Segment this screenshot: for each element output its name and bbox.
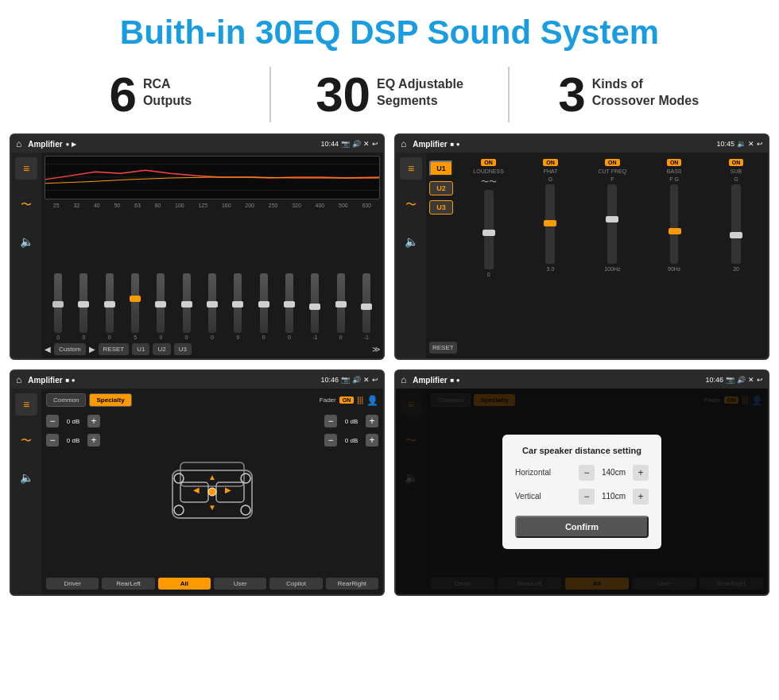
sub-slider[interactable] xyxy=(731,184,741,264)
reset-button[interactable]: RESET xyxy=(99,343,130,355)
stat-crossover: 3 Kinds ofCrossover Modes xyxy=(525,70,731,119)
ctrl-phat: ON PHAT G 3.0 xyxy=(522,159,579,272)
back-icon-4[interactable]: ↩ xyxy=(757,376,763,384)
slider-8[interactable]: 0 xyxy=(226,273,250,340)
minus-btn-lb[interactable]: − xyxy=(46,434,59,447)
cut-slider[interactable] xyxy=(607,184,617,264)
confirm-button[interactable]: Confirm xyxy=(515,516,649,538)
close-icon-3[interactable]: ✕ xyxy=(363,376,370,384)
eq-icon-2[interactable]: ≡ xyxy=(400,157,422,180)
cam-icon-1: 📷 xyxy=(341,140,350,148)
bass-slider-f[interactable] xyxy=(670,184,678,264)
prev-button[interactable]: ◀ xyxy=(45,345,51,354)
screen3-content: ≡ 〜 🔈 Common Specialty Fader ON ||| 👤 xyxy=(11,389,383,594)
loudness-label: LOUDNESS xyxy=(473,168,504,174)
horizontal-ctrl: − 140cm + xyxy=(579,465,649,481)
stat-divider-1 xyxy=(269,67,271,122)
vertical-label: Vertical xyxy=(515,492,541,501)
wave-icon[interactable]: 〜 xyxy=(15,194,37,216)
custom-button[interactable]: Custom xyxy=(54,343,86,355)
back-icon-1[interactable]: ↩ xyxy=(372,140,378,148)
minus-btn-lt[interactable]: − xyxy=(46,415,59,427)
back-icon-2[interactable]: ↩ xyxy=(757,140,763,148)
eq-icon[interactable]: ≡ xyxy=(15,157,37,180)
screen-amp: ⌂ Amplifier ■ ● 10:45 🔉 ✕ ↩ ≡ 〜 🔈 U1 U2 xyxy=(394,133,769,360)
stat-label-crossover: Kinds ofCrossover Modes xyxy=(592,70,699,110)
phat-slider[interactable] xyxy=(545,184,555,264)
home-icon-3[interactable]: ⌂ xyxy=(16,374,21,385)
copilot-btn[interactable]: Copilot xyxy=(269,578,322,590)
vertical-minus[interactable]: − xyxy=(579,489,595,505)
preset-u1[interactable]: U1 xyxy=(429,160,453,176)
db-ctrl-lt: − 0 dB + xyxy=(46,415,100,427)
u1-button[interactable]: U1 xyxy=(132,343,149,355)
plus-btn-lb[interactable]: + xyxy=(87,434,100,447)
slider-5[interactable]: 0 xyxy=(149,273,172,340)
tab-common[interactable]: Common xyxy=(46,393,86,407)
home-icon-4[interactable]: ⌂ xyxy=(401,374,406,385)
slider-2[interactable]: 0 xyxy=(72,273,95,340)
minus-btn-rb[interactable]: − xyxy=(324,434,337,447)
slider-13[interactable]: -1 xyxy=(355,273,378,340)
slider-10[interactable]: 0 xyxy=(277,273,301,340)
preset-u3[interactable]: U3 xyxy=(429,200,453,215)
vertical-plus[interactable]: + xyxy=(633,489,649,505)
loudness-wave: 〜〜 xyxy=(481,176,497,188)
slider-7[interactable]: 0 xyxy=(200,273,224,340)
fg-label: F G xyxy=(669,176,679,182)
eq-icon-3[interactable]: ≡ xyxy=(15,393,37,416)
user-btn[interactable]: User xyxy=(214,578,266,590)
back-icon-3[interactable]: ↩ xyxy=(372,376,378,384)
close-icon-4[interactable]: ✕ xyxy=(748,376,754,384)
tab-specialty[interactable]: Specialty xyxy=(89,393,131,407)
slider-4[interactable]: 5 xyxy=(123,273,147,340)
stat-number-6: 6 xyxy=(109,70,136,119)
db-ctrl-rb: − 0 dB + xyxy=(324,434,378,447)
all-btn[interactable]: All xyxy=(158,578,211,590)
reset-btn-amp[interactable]: RESET xyxy=(429,342,457,354)
wave-icon-2[interactable]: 〜 xyxy=(400,194,422,216)
speaker-icon-3[interactable]: 🔈 xyxy=(15,466,37,489)
next-button[interactable]: ▶ xyxy=(89,345,95,354)
u2-button[interactable]: U2 xyxy=(153,343,170,355)
plus-btn-rt[interactable]: + xyxy=(366,415,378,427)
status-icons-4: 10:46 📷 🔊 ✕ ↩ xyxy=(705,376,763,384)
speaker-icon-2[interactable]: 🔈 xyxy=(400,230,422,253)
svg-point-15 xyxy=(241,505,250,515)
loudness-slider[interactable] xyxy=(484,190,494,269)
slider-1[interactable]: 0 xyxy=(46,273,70,340)
horizontal-minus[interactable]: − xyxy=(579,465,595,481)
more-icon: ≫ xyxy=(372,345,380,354)
side-icons-2: ≡ 〜 🔈 xyxy=(396,153,426,358)
bass-label: BASS xyxy=(667,168,682,174)
plus-btn-lt[interactable]: + xyxy=(87,415,100,427)
home-icon-1[interactable]: ⌂ xyxy=(16,138,21,149)
slider-9[interactable]: 0 xyxy=(252,273,276,340)
close-icon-2[interactable]: ✕ xyxy=(748,140,754,148)
home-icon-2[interactable]: ⌂ xyxy=(401,138,406,149)
slider-12[interactable]: 0 xyxy=(328,273,352,340)
bottom-buttons: Driver RearLeft All User Copilot RearRig… xyxy=(46,578,378,590)
rear-right-btn[interactable]: RearRight xyxy=(326,578,378,590)
stat-rca: 6 RCAOutputs xyxy=(48,70,254,119)
horizontal-value: 140cm xyxy=(598,468,630,477)
screen1-title: Amplifier xyxy=(28,140,62,149)
minus-btn-rt[interactable]: − xyxy=(324,415,337,427)
u3-button[interactable]: U3 xyxy=(174,343,192,355)
horizontal-plus[interactable]: + xyxy=(633,465,649,481)
plus-btn-rb[interactable]: + xyxy=(366,434,378,447)
svg-point-12 xyxy=(174,474,184,483)
stat-number-3: 3 xyxy=(558,70,585,119)
slider-6[interactable]: 0 xyxy=(175,273,199,340)
screen-eq: ⌂ Amplifier ● ▶ 10:44 📷 🔊 ✕ ↩ ≡ 〜 🔈 xyxy=(10,133,385,360)
slider-3[interactable]: 0 xyxy=(98,273,122,340)
driver-btn[interactable]: Driver xyxy=(46,578,99,590)
close-icon-1[interactable]: ✕ xyxy=(363,140,370,148)
preset-u2[interactable]: U2 xyxy=(429,181,453,195)
speaker-icon[interactable]: 🔈 xyxy=(15,230,37,253)
slider-11[interactable]: -1 xyxy=(303,273,327,340)
rear-left-btn[interactable]: RearLeft xyxy=(102,578,154,590)
person-icon: 👤 xyxy=(366,395,378,406)
wave-icon-3[interactable]: 〜 xyxy=(15,430,37,452)
svg-text:▶: ▶ xyxy=(225,485,231,494)
